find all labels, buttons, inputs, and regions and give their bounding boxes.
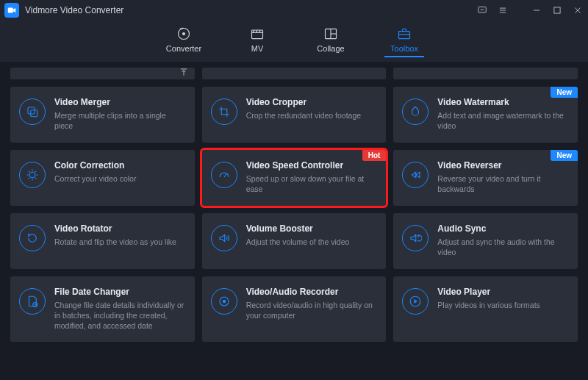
card-desc: Add text and image watermark to the vide… (437, 110, 569, 131)
tab-collage[interactable]: Collage (311, 26, 351, 57)
merger-icon (19, 98, 46, 125)
card-video-player[interactable]: Video Player Play videos in various form… (393, 276, 578, 342)
watermark-icon (402, 98, 429, 125)
card-title: Video Cropper (246, 97, 378, 107)
svg-point-13 (182, 32, 185, 35)
svg-point-35 (222, 300, 226, 304)
svg-rect-0 (8, 8, 13, 13)
card-desc: Adjust the volume of the video (246, 237, 378, 247)
toolbox-content: Video Merger Merge multiple clips into a… (0, 62, 588, 380)
menu-icon[interactable] (497, 4, 509, 16)
card-file-date-changer[interactable]: File Date Changer Change file date detai… (10, 276, 195, 342)
collapse-up-icon (179, 68, 189, 80)
card-desc: Play videos in various formats (437, 300, 569, 310)
card-video-audio-recorder[interactable]: Video/Audio Recorder Record video/audio … (202, 276, 387, 342)
card-desc: Merge multiple clips into a single piece (54, 110, 186, 131)
card-video-speed-controller[interactable]: Hot Video Speed Controller Speed up or s… (202, 150, 387, 206)
card-desc: Change file date details individually or… (54, 300, 186, 331)
card-stub[interactable] (202, 68, 387, 79)
tab-collage-label: Collage (317, 44, 344, 53)
reverser-icon (402, 162, 429, 188)
svg-point-3 (482, 10, 483, 10)
card-desc: Record video/audio in high quality on yo… (246, 300, 378, 320)
cropper-icon (211, 98, 237, 125)
card-desc: Rotate and flip the video as you like (54, 237, 186, 247)
svg-line-32 (224, 174, 226, 178)
title-bar: Vidmore Video Converter (0, 0, 588, 21)
card-title: Color Correction (54, 160, 186, 171)
card-title: Volume Booster (246, 223, 378, 234)
tab-converter[interactable]: Converter (164, 26, 204, 57)
badge-new: New (551, 150, 578, 161)
card-video-reverser[interactable]: New Video Reverser Reverse your video an… (393, 150, 578, 206)
svg-point-23 (29, 172, 35, 178)
svg-line-28 (29, 171, 30, 173)
svg-rect-18 (399, 32, 410, 39)
minimize-button[interactable] (531, 4, 542, 16)
card-desc: Correct your video color (54, 173, 186, 184)
tab-converter-label: Converter (166, 44, 201, 53)
speed-icon (211, 162, 237, 188)
file-date-icon (19, 288, 46, 315)
player-icon (402, 288, 429, 315)
card-desc: Adjust and sync the audio with the video (437, 237, 569, 257)
card-video-rotator[interactable]: Video Rotator Rotate and flip the video … (10, 213, 195, 269)
tab-mv[interactable]: MV (237, 26, 277, 57)
color-correction-icon (19, 162, 46, 188)
feedback-icon[interactable] (476, 4, 488, 16)
card-title: Video Rotator (54, 223, 186, 234)
card-title: Video Merger (54, 97, 186, 107)
card-desc: Speed up or slow down your file at ease (246, 173, 378, 194)
card-title: File Date Changer (54, 287, 186, 297)
svg-line-29 (35, 178, 37, 179)
card-title: Video/Audio Recorder (246, 287, 378, 297)
app-title: Vidmore Video Converter (25, 5, 123, 15)
card-color-correction[interactable]: Color Correction Correct your video colo… (10, 150, 195, 206)
card-audio-sync[interactable]: Audio Sync Adjust and sync the audio wit… (393, 213, 578, 269)
card-stub[interactable] (393, 68, 578, 79)
card-video-watermark[interactable]: New Video Watermark Add text and image w… (393, 87, 578, 143)
tab-toolbox[interactable]: Toolbox (384, 26, 424, 57)
card-title: Audio Sync (437, 223, 569, 234)
card-title: Video Player (437, 287, 569, 297)
svg-rect-9 (554, 7, 560, 13)
card-desc: Reverse your video and turn it backwards (437, 173, 569, 194)
audio-sync-icon (402, 225, 429, 251)
tab-toolbox-label: Toolbox (390, 44, 418, 53)
card-title: Video Reverser (437, 160, 569, 171)
card-video-cropper[interactable]: Video Cropper Crop the redundant video f… (202, 87, 387, 143)
svg-line-30 (35, 171, 37, 173)
volume-icon (211, 225, 237, 251)
rotator-icon (19, 225, 46, 251)
card-stub[interactable] (10, 68, 195, 79)
tab-mv-label: MV (251, 44, 264, 53)
svg-line-31 (29, 178, 30, 179)
card-title: Video Watermark (437, 97, 569, 107)
svg-point-4 (483, 10, 484, 10)
svg-point-2 (481, 10, 481, 10)
maximize-button[interactable] (551, 4, 563, 16)
card-desc: Crop the redundant video footage (246, 110, 378, 121)
close-button[interactable] (572, 4, 584, 16)
recorder-icon (211, 288, 237, 315)
badge-new: New (551, 87, 578, 98)
card-video-merger[interactable]: Video Merger Merge multiple clips into a… (10, 87, 195, 143)
badge-hot: Hot (362, 150, 387, 161)
app-logo (4, 3, 19, 18)
card-title: Video Speed Controller (246, 160, 378, 171)
card-volume-booster[interactable]: Volume Booster Adjust the volume of the … (202, 213, 387, 269)
main-tabs: Converter MV Collage Toolbox (0, 21, 588, 62)
